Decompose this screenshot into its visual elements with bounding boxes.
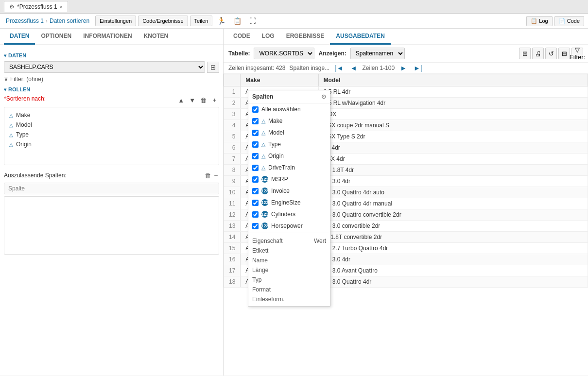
move-down-button[interactable]: ▼ <box>188 95 197 105</box>
filter-btn[interactable]: ▽ Filter: <box>571 48 583 59</box>
checkbox-type[interactable] <box>252 141 259 148</box>
prop-row-etikett: Etikett <box>252 246 326 256</box>
log-button[interactable]: 📋 Log <box>526 16 552 26</box>
breadcrumb-current[interactable]: Daten sortieren <box>50 17 89 24</box>
dropdown-item-model[interactable]: △ Model <box>248 127 330 138</box>
prop-format-label: Format <box>252 286 271 293</box>
horsepower-num-icon: 123 <box>261 222 268 229</box>
enginesize-label: EngineSize <box>271 199 301 206</box>
cell-rownum: 14 <box>224 232 241 243</box>
main-tab[interactable]: ⚙ *Prozessfluss 1 × <box>4 1 68 12</box>
right-panel-tabs: CODE LOG ERGEBNISSE AUSGABEDATEN <box>224 29 588 45</box>
invoice-label: Invoice <box>271 188 290 194</box>
bookmark-icon[interactable]: 📋 <box>230 16 244 26</box>
tab-daten[interactable]: DATEN <box>4 29 35 45</box>
nav-prev-btn[interactable]: ◄ <box>349 64 359 72</box>
dataset-select[interactable]: SASHELP.CARS <box>4 61 205 73</box>
prop-row-typ: Typ <box>252 275 326 285</box>
dropdown-item-cylinders[interactable]: 123 Cylinders <box>248 208 330 220</box>
dropdown-item-msrp[interactable]: 123 MSRP <box>248 173 330 185</box>
dropdown-divider <box>248 233 330 233</box>
delete-button[interactable]: 🗑 <box>199 95 208 105</box>
exclude-input[interactable] <box>4 183 219 194</box>
checkbox-model[interactable] <box>252 130 259 136</box>
checkbox-enginesize[interactable] <box>252 200 259 206</box>
run-icon[interactable]: 🏃 <box>214 16 228 26</box>
table-select[interactable]: WORK.SORTDS <box>254 48 314 59</box>
tab-optionen[interactable]: OPTIONEN <box>35 29 77 45</box>
make-tri-icon: △ <box>261 118 265 124</box>
dataset-grid-icon[interactable]: ⊞ <box>207 62 219 73</box>
table-icon1[interactable]: ⊞ <box>519 48 531 59</box>
log-icon: 📋 <box>531 18 537 24</box>
table-icon4[interactable]: ⊟ <box>558 48 570 59</box>
toolbar-icon-group: ⊞ 🖨 ↺ ⊟ ▽ Filter: <box>519 48 583 59</box>
fullscreen-icon[interactable]: ⛶ <box>246 16 259 26</box>
cell-rownum: 13 <box>224 221 241 232</box>
prop-name-label: Name <box>252 257 268 264</box>
tab-ausgabedaten[interactable]: AUSGABEDATEN <box>330 29 390 45</box>
cell-model: A41.8T convertible 2dr <box>318 232 588 243</box>
cylinders-num-icon: 123 <box>261 211 268 218</box>
checkbox-drivetrain[interactable] <box>252 165 259 171</box>
tab-log[interactable]: LOG <box>256 29 280 45</box>
checkbox-cylinders[interactable] <box>252 211 259 218</box>
share-button[interactable]: Teilen <box>190 16 213 26</box>
invoice-num-icon: 123 <box>261 188 268 194</box>
exclude-label: Auszulassende Spalten: <box>4 172 67 179</box>
cell-model: A4 1.8T 4dr <box>318 165 588 176</box>
nav-next-btn[interactable]: ► <box>398 64 408 72</box>
dropdown-item-type[interactable]: △ Type <box>248 138 330 150</box>
add-button[interactable]: ＋ <box>210 95 219 105</box>
settings-button[interactable]: Einstellungen <box>95 16 136 26</box>
right-toolbar-buttons: 📋 Log 📄 Code <box>526 16 584 26</box>
move-up-button[interactable]: ▲ <box>176 95 186 105</box>
checkbox-invoice[interactable] <box>252 188 259 194</box>
tab-informationen[interactable]: INFORMATIONEN <box>77 29 138 45</box>
col-rownum <box>224 74 241 86</box>
checkbox-origin[interactable] <box>252 153 259 159</box>
nav-last-btn[interactable]: ►| <box>412 64 424 72</box>
checkbox-msrp[interactable] <box>252 176 259 183</box>
breadcrumb-parent[interactable]: Prozessfluss 1 <box>6 17 44 24</box>
tab-knoten[interactable]: KNOTEN <box>138 29 174 45</box>
prop-wert-label: Wert <box>314 238 326 244</box>
dropdown-item-enginesize[interactable]: 123 EngineSize <box>248 197 330 208</box>
cell-rownum: 4 <box>224 120 241 131</box>
exclude-delete-button[interactable]: 🗑 <box>205 171 211 180</box>
tab-code[interactable]: CODE <box>227 29 256 45</box>
exclude-add-button[interactable]: ＋ <box>213 171 219 180</box>
main-layout: DATEN OPTIONEN INFORMATIONEN KNOTEN DATE… <box>0 29 588 376</box>
code-results-button[interactable]: Code/Ergebnisse <box>138 16 188 26</box>
checkbox-make[interactable] <box>252 118 259 124</box>
cell-model: TL 4dr <box>318 142 588 154</box>
sort-make-label: Make <box>16 112 30 119</box>
cell-model: 3.5 RL w/Navigation 4dr <box>318 98 588 109</box>
cell-model: A4 3.0 convertible 2dr <box>318 221 588 232</box>
dropdown-item-invoice[interactable]: 123 Invoice <box>248 185 330 197</box>
model-icon: △ <box>9 122 13 128</box>
nav-first-btn[interactable]: |◄ <box>333 64 345 72</box>
table-icon2[interactable]: 🖨 <box>532 48 544 59</box>
total-rows-label: Zeilen insgesamt: 428 <box>228 65 285 71</box>
enginesize-num-icon: 123 <box>261 199 268 206</box>
dropdown-item-origin[interactable]: △ Origin <box>248 150 330 162</box>
tab-close-icon[interactable]: × <box>60 4 63 10</box>
dropdown-item-make[interactable]: △ Make <box>248 115 330 127</box>
cell-rownum: 18 <box>224 276 241 288</box>
checkbox-all[interactable] <box>252 106 259 113</box>
prop-row-name: Name <box>252 256 326 265</box>
code-button[interactable]: 📄 Code <box>554 16 584 26</box>
all-label: Alle auswählen <box>261 106 301 113</box>
close-dropdown-icon[interactable]: ⊙ <box>321 93 326 100</box>
table-icon3[interactable]: ↺ <box>545 48 557 59</box>
data-info-row: Zeilen insgesamt: 428 Spalten insge... |… <box>224 63 588 74</box>
tab-ergebnisse[interactable]: ERGEBNISSE <box>280 29 330 45</box>
dropdown-item-all[interactable]: Alle auswählen <box>248 103 330 115</box>
checkbox-horsepower[interactable] <box>252 223 259 229</box>
col-make[interactable]: Make <box>241 74 318 86</box>
dropdown-item-horsepower[interactable]: 123 Horsepower <box>248 220 330 232</box>
display-select[interactable]: Spaltennamen <box>350 48 405 59</box>
col-model[interactable]: Model <box>318 74 588 86</box>
dropdown-item-drivetrain[interactable]: △ DriveTrain <box>248 162 330 173</box>
